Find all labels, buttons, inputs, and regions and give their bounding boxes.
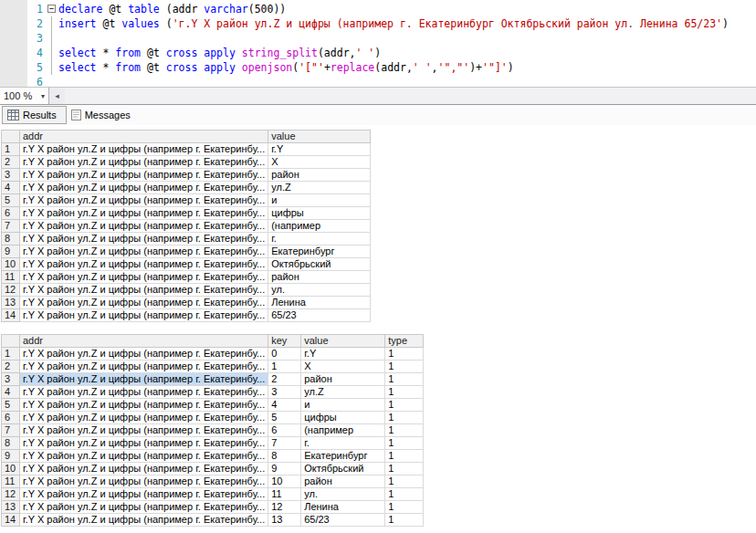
column-header-value[interactable]: value <box>268 131 371 143</box>
grid-cell[interactable]: Октябрьский <box>301 463 385 476</box>
grid-cell[interactable]: 1 <box>385 476 424 488</box>
grid-cell[interactable]: г.Y X район ул.Z и цифры (например г. Ек… <box>20 271 268 284</box>
row-header[interactable]: 7 <box>2 424 20 437</box>
code-line[interactable] <box>58 31 756 46</box>
row-header[interactable]: 1 <box>2 348 20 361</box>
row-header[interactable]: 2 <box>2 361 20 373</box>
grid-cell[interactable]: г.Y X район ул.Z и цифры (например г. Ек… <box>20 284 268 297</box>
grid-cell[interactable]: г.Y X район ул.Z и цифры (например г. Ек… <box>20 233 268 246</box>
grid-cell[interactable]: г.Y X район ул.Z и цифры (например г. Ек… <box>20 361 268 373</box>
grid-cell[interactable]: Ленина <box>268 297 371 309</box>
grid-cell[interactable]: г.Y X район ул.Z и цифры (например г. Ек… <box>20 450 268 463</box>
grid-cell[interactable]: г.Y X район ул.Z и цифры (например г. Ек… <box>20 169 268 182</box>
grid-cell[interactable]: г.Y X район ул.Z и цифры (например г. Ек… <box>20 373 268 386</box>
row-header[interactable]: 14 <box>2 309 20 322</box>
grid-cell[interactable]: г.Y X район ул.Z и цифры (например г. Ек… <box>20 412 268 424</box>
scroll-left-icon[interactable]: ◂ <box>49 88 65 104</box>
grid-cell[interactable]: г.Y X район ул.Z и цифры (например г. Ек… <box>20 156 268 169</box>
row-header[interactable]: 5 <box>2 399 20 412</box>
grid-cell[interactable]: ул. <box>268 284 371 297</box>
grid-cell[interactable]: г.Y X район ул.Z и цифры (например г. Ек… <box>20 143 268 156</box>
grid-cell[interactable]: 5 <box>268 412 301 424</box>
grid-cell[interactable]: 2 <box>268 373 301 386</box>
grid-cell[interactable]: 1 <box>385 424 424 437</box>
grid-cell[interactable]: г.Y <box>301 348 385 361</box>
row-header[interactable]: 14 <box>2 514 20 527</box>
grid-cell[interactable]: г.Y X район ул.Z и цифры (например г. Ек… <box>20 246 268 258</box>
row-header[interactable]: 6 <box>2 412 20 424</box>
grid-cell[interactable]: 4 <box>268 399 301 412</box>
row-header[interactable]: 5 <box>2 194 20 207</box>
grid-cell[interactable]: г. <box>268 233 371 246</box>
grid-cell[interactable]: 1 <box>385 348 424 361</box>
row-header[interactable]: 12 <box>2 284 20 297</box>
code-area[interactable]: declare @t table (addr varchar(500))inse… <box>58 0 756 87</box>
row-header[interactable]: 13 <box>2 501 20 514</box>
grid-cell[interactable]: цифры <box>301 412 385 424</box>
code-line[interactable]: insert @t values ('г.Y X район ул.Z и ци… <box>58 16 756 31</box>
grid-cell[interactable]: Октябрьский <box>268 258 371 271</box>
grid-cell[interactable]: Екатеринбург <box>301 450 385 463</box>
grid-cell[interactable]: (например <box>268 220 371 233</box>
grid-cell[interactable]: 1 <box>385 373 424 386</box>
grid-cell[interactable]: Екатеринбург <box>268 246 371 258</box>
horizontal-scrollbar[interactable] <box>65 88 756 104</box>
row-header[interactable]: 10 <box>2 463 20 476</box>
query-editor[interactable]: 123456 − declare @t table (addr varchar(… <box>0 0 756 87</box>
row-header[interactable]: 11 <box>2 271 20 284</box>
grid-cell[interactable]: г.Y X район ул.Z и цифры (например г. Ек… <box>20 194 268 207</box>
grid-corner-cell[interactable] <box>2 131 20 143</box>
grid-cell[interactable]: и <box>301 399 385 412</box>
row-header[interactable]: 3 <box>2 169 20 182</box>
row-header[interactable]: 2 <box>2 156 20 169</box>
grid-cell[interactable]: 3 <box>268 386 301 399</box>
row-header[interactable]: 3 <box>2 373 20 386</box>
column-header-addr[interactable]: addr <box>20 131 268 143</box>
grid-cell[interactable]: 65/23 <box>301 514 385 527</box>
tab-results[interactable]: Results <box>2 106 67 124</box>
tab-messages[interactable]: Messages <box>67 106 140 124</box>
grid-cell[interactable]: г.Y X район ул.Z и цифры (например г. Ек… <box>20 207 268 220</box>
row-header[interactable]: 4 <box>2 386 20 399</box>
zoom-control[interactable]: 100 % ▾ <box>0 88 49 104</box>
grid-cell[interactable]: X <box>268 156 371 169</box>
grid-cell[interactable]: г.Y X район ул.Z и цифры (например г. Ек… <box>20 514 268 527</box>
grid-cell[interactable]: 1 <box>385 361 424 373</box>
row-header[interactable]: 6 <box>2 207 20 220</box>
grid-cell[interactable]: 7 <box>268 437 301 450</box>
grid-cell[interactable]: район <box>268 271 371 284</box>
grid-cell[interactable]: район <box>268 169 371 182</box>
grid-cell[interactable]: 1 <box>385 437 424 450</box>
grid-cell[interactable]: 11 <box>268 488 301 501</box>
grid-cell[interactable]: 1 <box>385 501 424 514</box>
grid-cell[interactable]: г.Y X район ул.Z и цифры (например г. Ек… <box>20 182 268 194</box>
grid-cell[interactable]: г.Y X район ул.Z и цифры (например г. Ек… <box>20 399 268 412</box>
grid-cell[interactable]: 6 <box>268 424 301 437</box>
grid-cell[interactable]: X <box>301 361 385 373</box>
grid-cell[interactable]: 0 <box>268 348 301 361</box>
code-line[interactable]: select * from @t cross apply openjson('[… <box>58 60 756 75</box>
row-header[interactable]: 4 <box>2 182 20 194</box>
row-header[interactable]: 12 <box>2 488 20 501</box>
row-header[interactable]: 9 <box>2 246 20 258</box>
column-header-key[interactable]: key <box>268 335 301 348</box>
grid-cell[interactable]: район <box>301 476 385 488</box>
grid-cell[interactable]: г.Y X район ул.Z и цифры (например г. Ек… <box>20 220 268 233</box>
grid-cell[interactable]: г.Y X район ул.Z и цифры (например г. Ек… <box>20 424 268 437</box>
grid-cell[interactable]: г. <box>301 437 385 450</box>
grid-cell[interactable]: г.Y X район ул.Z и цифры (например г. Ек… <box>20 386 268 399</box>
grid-cell[interactable]: г.Y X район ул.Z и цифры (например г. Ек… <box>20 463 268 476</box>
grid-cell[interactable]: ул.Z <box>268 182 371 194</box>
grid-cell[interactable]: (например <box>301 424 385 437</box>
grid-cell[interactable]: г.Y X район ул.Z и цифры (например г. Ек… <box>20 309 268 322</box>
row-header[interactable]: 8 <box>2 437 20 450</box>
grid-cell[interactable]: 65/23 <box>268 309 371 322</box>
grid-cell[interactable]: цифры <box>268 207 371 220</box>
code-line[interactable]: declare @t table (addr varchar(500)) <box>58 2 756 16</box>
grid-cell[interactable]: г.Y X район ул.Z и цифры (например г. Ек… <box>20 488 268 501</box>
grid-cell[interactable]: г.Y X район ул.Z и цифры (например г. Ек… <box>20 297 268 309</box>
row-header[interactable]: 1 <box>2 143 20 156</box>
grid-cell[interactable]: ул. <box>301 488 385 501</box>
column-header-type[interactable]: type <box>385 335 424 348</box>
grid-cell[interactable]: 1 <box>385 463 424 476</box>
